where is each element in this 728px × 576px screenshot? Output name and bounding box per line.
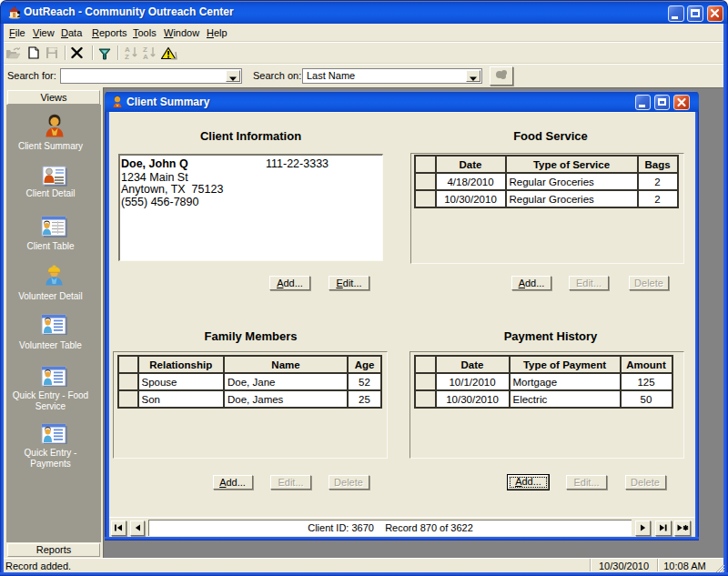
svg-text:A: A [143, 53, 148, 60]
svg-text:Z: Z [125, 53, 129, 60]
